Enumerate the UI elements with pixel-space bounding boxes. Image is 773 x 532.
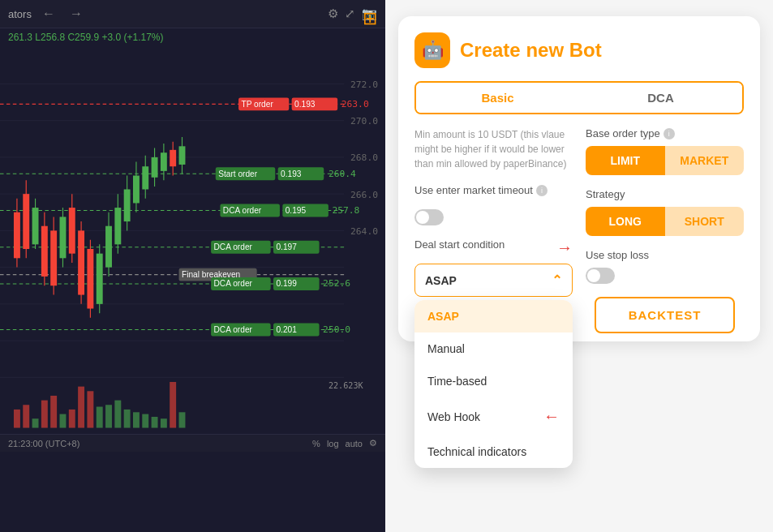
toolbar-left: ators ← → <box>8 5 87 23</box>
redo-button[interactable]: → <box>66 5 87 23</box>
deal-start-dropdown[interactable]: ASAP ⌃ <box>414 264 573 297</box>
chart-body: 272.0 270.0 268.0 266.0 264.0 TP order 0… <box>0 46 385 452</box>
svg-text:22.623K: 22.623K <box>329 381 364 390</box>
dropdown-item-webhook[interactable]: Web Hook ← <box>414 397 573 435</box>
undo-button[interactable]: ← <box>38 5 59 23</box>
settings-icon[interactable]: ⚙ <box>328 6 338 21</box>
auto-label[interactable]: auto <box>346 439 363 448</box>
svg-text:DCA order: DCA order <box>214 279 253 288</box>
use-stop-loss-label: Use stop loss <box>586 249 744 261</box>
chart-area: ⊞ ators ← → ⚙ ⤢ 📷 261.3 L256.8 C259.9 +3… <box>0 0 385 532</box>
base-order-type-section: Base order type i LIMIT MARKET <box>586 127 744 175</box>
svg-rect-72 <box>170 382 176 428</box>
svg-text:268.0: 268.0 <box>350 152 378 163</box>
order-type-buttons: LIMIT MARKET <box>586 146 744 175</box>
red-arrow-webhook: ← <box>543 407 560 426</box>
bot-icon: 🤖 <box>414 32 450 68</box>
svg-rect-57 <box>32 418 39 427</box>
market-button[interactable]: MARKET <box>665 146 745 175</box>
strategy-label: Strategy <box>586 188 744 200</box>
svg-rect-64 <box>97 407 103 428</box>
chart-bottom-bar: 21:23:00 (UTC+8) % log auto ⚙ <box>0 434 385 452</box>
indicators-label: ators <box>8 8 32 20</box>
log-label[interactable]: log <box>327 439 339 448</box>
bot-title: Create new Bot <box>460 39 602 62</box>
chart-timestamp: 21:23:00 (UTC+8) <box>8 439 79 448</box>
left-column: Min amount is 10 USDT (this vlaue might … <box>414 127 586 333</box>
svg-text:TP order: TP order <box>241 100 273 109</box>
dropdown-item-time-based[interactable]: Time-based <box>414 365 573 397</box>
svg-rect-65 <box>105 405 112 427</box>
bot-card: 🤖 Create new Bot Basic DCA Min amount is… <box>398 16 760 341</box>
svg-text:0.195: 0.195 <box>286 206 307 215</box>
svg-rect-73 <box>179 412 186 427</box>
svg-text:266.0: 266.0 <box>350 190 378 200</box>
stop-loss-toggle[interactable] <box>586 268 615 284</box>
timeout-toggle-wrapper <box>414 209 573 225</box>
svg-text:270.0: 270.0 <box>350 116 378 127</box>
svg-text:263.0: 263.0 <box>341 99 369 109</box>
svg-rect-63 <box>87 391 93 427</box>
fullscreen-icon[interactable]: ⤢ <box>345 6 355 21</box>
dropdown-menu: ASAP Manual Time-based Web Hook ← Techni… <box>414 300 573 468</box>
svg-rect-56 <box>23 405 29 427</box>
svg-text:260.4: 260.4 <box>329 169 356 179</box>
dropdown-item-manual[interactable]: Manual <box>414 332 573 365</box>
svg-text:DCA order: DCA order <box>214 242 253 251</box>
dropdown-arrow-icon: ⌃ <box>552 272 562 288</box>
svg-rect-60 <box>60 414 67 428</box>
deal-start-section: Deal start condition → ASAP ⌃ ASAP <box>414 238 573 297</box>
svg-rect-58 <box>41 401 48 428</box>
timeout-info-icon[interactable]: i <box>536 185 548 196</box>
red-arrow-deal: → <box>556 238 573 257</box>
svg-text:0.197: 0.197 <box>276 242 297 251</box>
svg-text:0.193: 0.193 <box>294 100 316 109</box>
svg-text:0.201: 0.201 <box>276 325 297 334</box>
svg-rect-66 <box>114 401 121 428</box>
timeout-toggle[interactable] <box>414 209 444 225</box>
right-column: Base order type i LIMIT MARKET Strategy … <box>586 127 744 333</box>
svg-text:252.6: 252.6 <box>323 278 350 289</box>
limit-button[interactable]: LIMIT <box>586 146 665 175</box>
candlestick-chart: 272.0 270.0 268.0 266.0 264.0 TP order 0… <box>0 46 385 452</box>
enter-market-timeout-row: Use enter market timeout i <box>414 184 573 196</box>
right-panel: 🤖 Create new Bot Basic DCA Min amount is… <box>385 0 773 532</box>
order-type-info-icon[interactable]: i <box>663 128 675 139</box>
svg-rect-70 <box>152 417 158 428</box>
stop-loss-section: Use stop loss <box>586 249 744 284</box>
tab-dca[interactable]: DCA <box>579 83 742 113</box>
svg-rect-61 <box>69 410 75 428</box>
svg-text:0.193: 0.193 <box>281 169 302 178</box>
svg-rect-67 <box>124 410 131 428</box>
form-columns: Min amount is 10 USDT (this vlaue might … <box>398 127 760 341</box>
svg-rect-55 <box>14 410 20 428</box>
svg-text:257.8: 257.8 <box>332 205 359 216</box>
deal-start-dropdown-wrapper: ASAP ⌃ ASAP Manual Time-based Web Hook ← <box>414 264 573 297</box>
bot-card-header: 🤖 Create new Bot <box>398 16 760 81</box>
svg-rect-68 <box>133 412 140 427</box>
strategy-buttons: LONG SHORT <box>586 207 744 236</box>
filter-icon[interactable]: ⊞ <box>363 8 377 29</box>
svg-text:264.0: 264.0 <box>350 226 378 237</box>
deal-start-label: Deal start condition <box>414 238 505 251</box>
svg-rect-69 <box>142 414 148 428</box>
info-text: Min amount is 10 USDT (this vlaue might … <box>414 127 573 171</box>
dropdown-item-technical[interactable]: Technical indicators <box>414 435 573 468</box>
tab-basic[interactable]: Basic <box>416 83 579 113</box>
svg-text:0.199: 0.199 <box>276 279 297 288</box>
svg-text:Start order: Start order <box>218 169 258 178</box>
strategy-section: Strategy LONG SHORT <box>586 188 744 236</box>
price-info: 261.3 L256.8 C259.9 +3.0 (+1.17%) <box>0 28 385 46</box>
svg-text:DCA order: DCA order <box>214 325 253 334</box>
short-button[interactable]: SHORT <box>665 207 745 236</box>
long-button[interactable]: LONG <box>586 207 665 236</box>
deal-start-selected: ASAP <box>425 274 457 287</box>
bot-tabs: Basic DCA <box>414 81 744 114</box>
svg-text:272.0: 272.0 <box>350 79 378 90</box>
svg-rect-71 <box>161 418 167 427</box>
svg-text:250.0: 250.0 <box>323 324 350 335</box>
percent-label[interactable]: % <box>312 439 320 448</box>
chart-settings-icon[interactable]: ⚙ <box>369 438 377 448</box>
dropdown-item-asap[interactable]: ASAP <box>414 300 573 332</box>
backtest-button[interactable]: BACKTEST <box>595 297 736 333</box>
